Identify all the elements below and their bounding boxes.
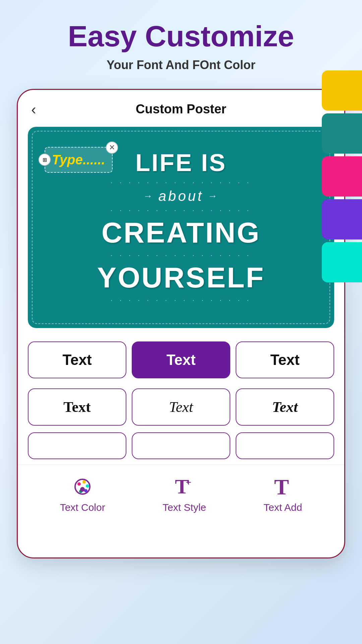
back-button[interactable]: ‹ [31, 102, 36, 117]
nav-text-add[interactable]: T Text Add [263, 475, 302, 513]
nav-text-add-label: Text Add [263, 502, 302, 513]
close-icon[interactable]: ✕ [106, 142, 118, 154]
font-button-7[interactable] [132, 432, 230, 459]
poster-line2: about [38, 188, 324, 204]
font-button-6[interactable] [28, 432, 126, 459]
typing-text: Type...... [52, 152, 105, 167]
poster-dots-1: · · · · · · · · · · · · · · · · [38, 178, 324, 186]
font-button-3[interactable]: Text [28, 388, 126, 426]
bottom-nav: Text Color T + Text Style T Text Add [18, 465, 344, 527]
typing-box[interactable]: ⊞ Type...... ✕ [45, 147, 113, 173]
color-swatches [322, 70, 362, 282]
svg-text:+: + [186, 477, 191, 488]
text-style-icon: T + [173, 475, 196, 498]
canvas-area[interactable]: ⊞ Type...... ✕ LIFE IS · · · · · · · · ·… [28, 127, 334, 328]
palette-icon [71, 475, 94, 498]
svg-text:T: T [274, 475, 289, 498]
poster-line3: CREATING [38, 216, 324, 249]
poster-image: ⊞ Type...... ✕ LIFE IS · · · · · · · · ·… [28, 127, 334, 328]
svg-point-6 [80, 487, 85, 492]
svg-point-1 [77, 482, 81, 486]
poster-dots-4: · · · · · · · · · · · · · · · · [38, 296, 324, 304]
typing-handle-icon: ⊞ [39, 154, 51, 166]
color-swatch-purple[interactable] [322, 199, 362, 239]
header-title: Easy Customize [13, 20, 349, 53]
font-button-8[interactable] [236, 432, 334, 459]
poster-dots-2: · · · · · · · · · · · · · · · · [38, 206, 324, 214]
font-grid-row3 [18, 432, 344, 459]
color-swatch-teal[interactable] [322, 113, 362, 154]
top-bar: ‹ Custom Poster [18, 90, 344, 123]
poster-line4: YOURSELF [38, 261, 324, 294]
text-add-icon: T [271, 475, 295, 498]
font-button-0[interactable]: Text [28, 341, 126, 378]
font-button-1[interactable]: Text [132, 341, 230, 378]
header: Easy Customize Your Font And FOnt Color [0, 0, 362, 82]
font-grid-row1: Text Text Text [18, 338, 344, 382]
nav-text-style[interactable]: T + Text Style [163, 475, 206, 513]
color-swatch-yellow[interactable] [322, 70, 362, 111]
app-bar-title: Custom Poster [136, 102, 226, 116]
svg-point-3 [86, 484, 89, 488]
nav-text-color[interactable]: Text Color [60, 475, 105, 513]
font-button-4[interactable]: Text [132, 388, 230, 426]
nav-text-style-label: Text Style [163, 502, 206, 513]
color-swatch-cyan[interactable] [322, 242, 362, 282]
svg-point-2 [82, 480, 86, 484]
font-button-2[interactable]: Text [236, 341, 334, 378]
header-subtitle: Your Font And FOnt Color [13, 58, 349, 72]
poster-dots-3: · · · · · · · · · · · · · · · · [38, 251, 324, 259]
color-swatch-pink[interactable] [322, 156, 362, 197]
font-button-5[interactable]: Text [236, 388, 334, 426]
nav-text-color-label: Text Color [60, 502, 105, 513]
app-card: ‹ Custom Poster ⊞ Type...... ✕ LIFE IS ·… [17, 89, 345, 558]
font-grid-row2: Text Text Text [18, 385, 344, 429]
